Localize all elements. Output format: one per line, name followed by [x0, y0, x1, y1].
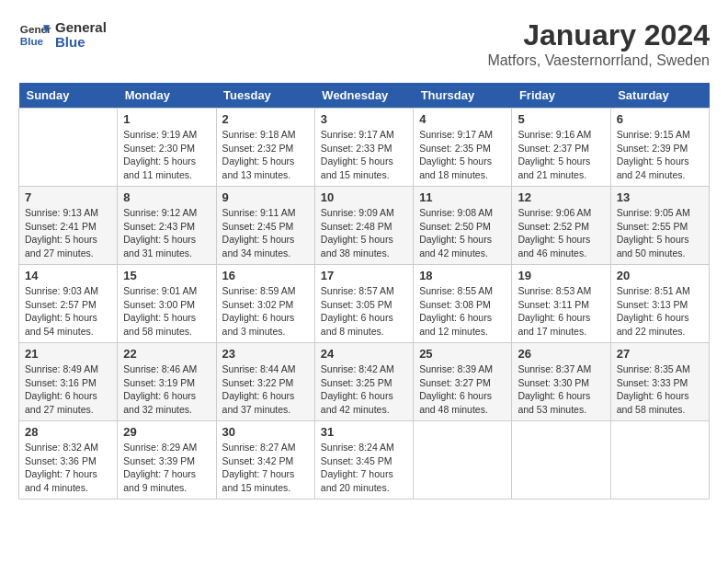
day-cell	[19, 109, 118, 187]
date-number: 15	[123, 269, 210, 282]
day-cell	[414, 421, 512, 500]
day-cell: 18Sunrise: 8:55 AMSunset: 3:08 PMDayligh…	[414, 265, 512, 343]
day-cell	[512, 421, 610, 500]
logo-general: General	[55, 20, 107, 36]
col-header-sunday: Sunday	[19, 83, 118, 109]
day-cell: 2Sunrise: 9:18 AMSunset: 2:32 PMDaylight…	[216, 109, 314, 187]
day-info: Sunrise: 9:06 AMSunset: 2:52 PMDaylight:…	[518, 206, 604, 260]
header: General Blue General Blue January 2024 M…	[18, 18, 710, 69]
date-number: 21	[25, 347, 111, 361]
day-info: Sunrise: 8:53 AMSunset: 3:11 PMDaylight:…	[518, 284, 604, 339]
date-number: 29	[123, 425, 210, 439]
day-info: Sunrise: 9:17 AMSunset: 2:35 PMDaylight:…	[419, 128, 506, 182]
day-info: Sunrise: 9:11 AMSunset: 2:45 PMDaylight:…	[222, 206, 309, 260]
date-number: 9	[222, 190, 309, 204]
col-header-tuesday: Tuesday	[216, 83, 314, 109]
main-title: January 2024	[487, 18, 710, 52]
day-cell: 17Sunrise: 8:57 AMSunset: 3:05 PMDayligh…	[314, 265, 413, 343]
col-header-saturday: Saturday	[610, 83, 709, 109]
day-info: Sunrise: 8:49 AMSunset: 3:16 PMDaylight:…	[25, 362, 111, 417]
day-info: Sunrise: 8:44 AMSunset: 3:22 PMDaylight:…	[222, 362, 309, 417]
date-number: 27	[617, 347, 703, 361]
day-info: Sunrise: 9:16 AMSunset: 2:37 PMDaylight:…	[518, 128, 604, 182]
subtitle: Matfors, Vaesternorrland, Sweden	[487, 52, 710, 69]
day-cell: 7Sunrise: 9:13 AMSunset: 2:41 PMDaylight…	[19, 187, 118, 265]
day-info: Sunrise: 8:24 AMSunset: 3:45 PMDaylight:…	[321, 441, 407, 495]
date-number: 13	[617, 190, 703, 204]
week-row-5: 28Sunrise: 8:32 AMSunset: 3:36 PMDayligh…	[19, 421, 710, 500]
day-cell: 22Sunrise: 8:46 AMSunset: 3:19 PMDayligh…	[118, 343, 216, 421]
day-info: Sunrise: 9:12 AMSunset: 2:43 PMDaylight:…	[123, 206, 210, 260]
date-number: 12	[518, 190, 604, 204]
col-header-friday: Friday	[512, 83, 610, 109]
logo-icon: General Blue	[18, 18, 51, 52]
day-cell: 21Sunrise: 8:49 AMSunset: 3:16 PMDayligh…	[19, 343, 118, 421]
date-number: 26	[518, 347, 604, 361]
day-cell: 4Sunrise: 9:17 AMSunset: 2:35 PMDaylight…	[414, 109, 512, 187]
day-cell: 6Sunrise: 9:15 AMSunset: 2:39 PMDaylight…	[610, 109, 709, 187]
day-info: Sunrise: 8:37 AMSunset: 3:30 PMDaylight:…	[518, 362, 604, 417]
date-number: 5	[518, 112, 604, 126]
day-cell: 25Sunrise: 8:39 AMSunset: 3:27 PMDayligh…	[414, 343, 512, 421]
day-cell: 28Sunrise: 8:32 AMSunset: 3:36 PMDayligh…	[19, 421, 118, 500]
day-info: Sunrise: 9:05 AMSunset: 2:55 PMDaylight:…	[617, 206, 703, 260]
date-number: 17	[321, 269, 407, 282]
day-info: Sunrise: 8:57 AMSunset: 3:05 PMDaylight:…	[321, 284, 407, 339]
date-number: 10	[321, 190, 407, 204]
day-cell	[610, 421, 709, 500]
date-number: 6	[617, 112, 703, 126]
day-cell: 3Sunrise: 9:17 AMSunset: 2:33 PMDaylight…	[314, 109, 413, 187]
title-section: January 2024 Matfors, Vaesternorrland, S…	[487, 18, 710, 69]
date-number: 24	[321, 347, 407, 361]
day-cell: 9Sunrise: 9:11 AMSunset: 2:45 PMDaylight…	[216, 187, 314, 265]
date-number: 4	[419, 112, 506, 126]
day-cell: 20Sunrise: 8:51 AMSunset: 3:13 PMDayligh…	[610, 265, 709, 343]
date-number: 22	[123, 347, 210, 361]
day-cell: 13Sunrise: 9:05 AMSunset: 2:55 PMDayligh…	[610, 187, 709, 265]
day-cell: 26Sunrise: 8:37 AMSunset: 3:30 PMDayligh…	[512, 343, 610, 421]
date-number: 14	[25, 269, 111, 282]
day-cell: 8Sunrise: 9:12 AMSunset: 2:43 PMDaylight…	[118, 187, 216, 265]
day-info: Sunrise: 8:42 AMSunset: 3:25 PMDaylight:…	[321, 362, 407, 417]
week-row-1: 1Sunrise: 9:19 AMSunset: 2:30 PMDaylight…	[19, 109, 710, 187]
logo: General Blue General Blue	[18, 18, 107, 52]
day-cell: 1Sunrise: 9:19 AMSunset: 2:30 PMDaylight…	[118, 109, 216, 187]
day-info: Sunrise: 8:59 AMSunset: 3:02 PMDaylight:…	[222, 284, 309, 339]
day-info: Sunrise: 9:13 AMSunset: 2:41 PMDaylight:…	[25, 206, 111, 260]
day-cell: 11Sunrise: 9:08 AMSunset: 2:50 PMDayligh…	[414, 187, 512, 265]
week-row-3: 14Sunrise: 9:03 AMSunset: 2:57 PMDayligh…	[19, 265, 710, 343]
day-cell: 16Sunrise: 8:59 AMSunset: 3:02 PMDayligh…	[216, 265, 314, 343]
header-row: SundayMondayTuesdayWednesdayThursdayFrid…	[19, 83, 710, 109]
day-info: Sunrise: 8:27 AMSunset: 3:42 PMDaylight:…	[222, 441, 309, 495]
date-number: 23	[222, 347, 309, 361]
col-header-thursday: Thursday	[414, 83, 512, 109]
day-info: Sunrise: 8:32 AMSunset: 3:36 PMDaylight:…	[25, 441, 111, 495]
day-cell: 27Sunrise: 8:35 AMSunset: 3:33 PMDayligh…	[610, 343, 709, 421]
day-cell: 24Sunrise: 8:42 AMSunset: 3:25 PMDayligh…	[314, 343, 413, 421]
date-number: 20	[617, 269, 703, 282]
date-number: 3	[321, 112, 407, 126]
day-info: Sunrise: 9:18 AMSunset: 2:32 PMDaylight:…	[222, 128, 309, 182]
day-cell: 5Sunrise: 9:16 AMSunset: 2:37 PMDaylight…	[512, 109, 610, 187]
date-number: 8	[123, 190, 210, 204]
day-info: Sunrise: 8:55 AMSunset: 3:08 PMDaylight:…	[419, 284, 506, 339]
date-number: 28	[25, 425, 111, 439]
date-number: 2	[222, 112, 309, 126]
day-cell: 14Sunrise: 9:03 AMSunset: 2:57 PMDayligh…	[19, 265, 118, 343]
day-cell: 29Sunrise: 8:29 AMSunset: 3:39 PMDayligh…	[118, 421, 216, 500]
date-number: 18	[419, 269, 506, 282]
day-cell: 10Sunrise: 9:09 AMSunset: 2:48 PMDayligh…	[314, 187, 413, 265]
date-number: 16	[222, 269, 309, 282]
day-info: Sunrise: 9:01 AMSunset: 3:00 PMDaylight:…	[123, 284, 210, 339]
day-cell: 12Sunrise: 9:06 AMSunset: 2:52 PMDayligh…	[512, 187, 610, 265]
col-header-wednesday: Wednesday	[314, 83, 413, 109]
logo-blue: Blue	[55, 35, 107, 51]
day-info: Sunrise: 9:03 AMSunset: 2:57 PMDaylight:…	[25, 284, 111, 339]
day-info: Sunrise: 9:15 AMSunset: 2:39 PMDaylight:…	[617, 128, 703, 182]
calendar-table: SundayMondayTuesdayWednesdayThursdayFrid…	[18, 83, 710, 500]
date-number: 31	[321, 425, 407, 439]
day-info: Sunrise: 9:19 AMSunset: 2:30 PMDaylight:…	[123, 128, 210, 182]
date-number: 1	[123, 112, 210, 126]
day-cell: 23Sunrise: 8:44 AMSunset: 3:22 PMDayligh…	[216, 343, 314, 421]
day-cell: 30Sunrise: 8:27 AMSunset: 3:42 PMDayligh…	[216, 421, 314, 500]
